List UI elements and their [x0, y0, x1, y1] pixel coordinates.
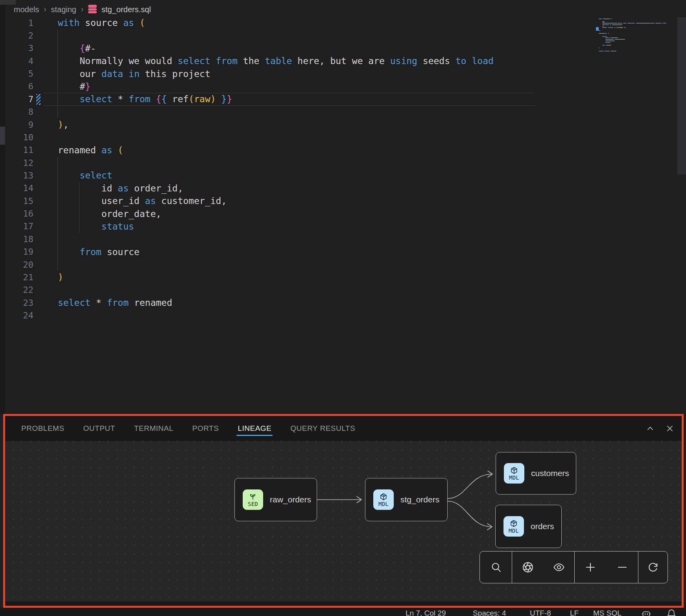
- node-label: customers: [531, 469, 569, 478]
- code-line[interactable]: 4 Normally we would select from the tabl…: [0, 55, 598, 67]
- plus-icon: [585, 561, 596, 573]
- indentation-setting[interactable]: Spaces: 4: [473, 609, 506, 616]
- panel-maximize-chevron-icon[interactable]: [645, 424, 655, 433]
- search-icon: [490, 561, 502, 573]
- code-text: ),: [58, 120, 69, 130]
- panel-close-icon[interactable]: [665, 424, 675, 433]
- tab-terminal[interactable]: TERMINAL: [134, 416, 173, 441]
- code-line[interactable]: 2: [0, 29, 598, 42]
- code-line[interactable]: 18: [0, 233, 598, 245]
- code-line[interactable]: 5 our data in this project: [0, 67, 598, 80]
- line-number: 5: [0, 69, 33, 79]
- model-badge: MDL: [373, 489, 394, 510]
- line-number: 6: [0, 81, 33, 91]
- tab-output[interactable]: OUTPUT: [83, 416, 115, 441]
- code-line[interactable]: 11renamed as (: [0, 144, 598, 156]
- minimap[interactable]: [599, 18, 669, 53]
- minimap-modified-marker: [596, 27, 599, 31]
- code-line[interactable]: 6 #}: [0, 80, 598, 93]
- code-line[interactable]: 10: [0, 131, 598, 143]
- code-text: with source as (: [58, 18, 145, 28]
- cursor-position[interactable]: Ln 7, Col 29: [406, 609, 446, 616]
- line-number: 1: [0, 18, 33, 28]
- code-line[interactable]: 19 from source: [0, 245, 598, 258]
- status-bar: Ln 7, Col 29 Spaces: 4 UTF-8 LF MS SQL: [0, 608, 686, 616]
- breadcrumb-item-staging[interactable]: staging: [51, 5, 76, 14]
- zoom-in-button[interactable]: [584, 561, 597, 574]
- code-text: id as order_id,: [58, 183, 183, 193]
- code-line[interactable]: 20: [0, 258, 598, 271]
- code-line[interactable]: 7 select * from {{ ref(raw) }}: [0, 93, 598, 105]
- model-badge: MDL: [504, 463, 524, 484]
- code-line[interactable]: 15 user_id as customer_id,: [0, 195, 598, 207]
- line-number: 18: [0, 234, 33, 244]
- line-number: 3: [0, 43, 33, 53]
- line-number: 23: [0, 298, 33, 308]
- breadcrumb-file-name[interactable]: stg_orders.sql: [101, 5, 151, 14]
- refresh-button[interactable]: [646, 561, 660, 574]
- code-editor[interactable]: 1with source as (23 {#-4 Normally we wou…: [0, 17, 598, 322]
- search-button[interactable]: [489, 561, 503, 574]
- bell-icon[interactable]: [666, 609, 677, 616]
- line-number: 24: [0, 311, 33, 320]
- code-line[interactable]: 17 status: [0, 220, 598, 233]
- code-line[interactable]: 24: [0, 309, 598, 322]
- node-label: raw_orders: [270, 495, 311, 504]
- zoom-out-button[interactable]: [616, 561, 629, 574]
- line-number: 17: [0, 221, 33, 231]
- chevron-right-icon: ›: [44, 4, 46, 15]
- tab-lineage[interactable]: LINEAGE: [238, 416, 271, 441]
- lineage-node-orders[interactable]: MDL orders: [495, 505, 562, 548]
- window-corner-fragment: [0, 0, 16, 5]
- breadcrumb-item-models[interactable]: models: [14, 5, 39, 14]
- code-line[interactable]: 23select * from renamed: [0, 296, 598, 309]
- minus-icon: [616, 561, 628, 573]
- eye-icon: [553, 561, 565, 573]
- code-text: our data in this project: [58, 69, 210, 79]
- code-text: ): [58, 272, 63, 282]
- line-number: 10: [0, 132, 33, 142]
- code-line[interactable]: 12: [0, 156, 598, 169]
- line-number: 19: [0, 247, 33, 257]
- code-line[interactable]: 8: [0, 106, 598, 118]
- language-mode[interactable]: MS SQL: [593, 609, 621, 616]
- code-line[interactable]: 13 select: [0, 169, 598, 182]
- line-number: 21: [0, 272, 33, 282]
- code-line[interactable]: 21): [0, 271, 598, 283]
- eol-setting[interactable]: LF: [570, 609, 579, 616]
- code-line[interactable]: 1with source as (: [0, 17, 598, 29]
- sprout-icon: [249, 493, 257, 501]
- code-line[interactable]: 16 order_date,: [0, 207, 598, 220]
- tab-query-results[interactable]: QUERY RESULTS: [290, 416, 355, 441]
- tab-problems[interactable]: PROBLEMS: [21, 416, 65, 441]
- lineage-node-customers[interactable]: MDL customers: [496, 452, 576, 495]
- code-line[interactable]: 22: [0, 284, 598, 296]
- cube-icon: [509, 519, 518, 528]
- copilot-icon[interactable]: [641, 609, 651, 616]
- tab-ports[interactable]: PORTS: [192, 416, 219, 441]
- database-file-icon: [88, 5, 97, 14]
- code-text: from source: [58, 247, 140, 257]
- cube-icon: [510, 466, 518, 475]
- line-number: 22: [0, 285, 33, 295]
- lineage-node-raw-orders[interactable]: SED raw_orders: [234, 478, 317, 521]
- code-line[interactable]: 9),: [0, 118, 598, 131]
- editor-scrollbar[interactable]: [677, 17, 686, 175]
- line-number: 13: [0, 171, 33, 180]
- lineage-toolbar: [479, 551, 668, 583]
- line-number: 16: [0, 209, 33, 219]
- line-number: 15: [0, 196, 33, 206]
- code-line[interactable]: 3 {#-: [0, 42, 598, 55]
- code-text: select * from renamed: [58, 298, 172, 308]
- code-text: user_id as customer_id,: [58, 196, 227, 206]
- node-label: orders: [531, 522, 554, 531]
- aperture-icon: [522, 561, 534, 573]
- lineage-node-stg-orders[interactable]: MDL stg_orders: [365, 478, 448, 521]
- eye-button[interactable]: [552, 561, 566, 574]
- line-number: 7: [0, 94, 33, 104]
- aperture-button[interactable]: [521, 561, 535, 574]
- code-line[interactable]: 14 id as order_id,: [0, 182, 598, 195]
- code-text: #}: [58, 81, 90, 92]
- encoding-setting[interactable]: UTF-8: [530, 609, 551, 616]
- line-number: 14: [0, 183, 33, 193]
